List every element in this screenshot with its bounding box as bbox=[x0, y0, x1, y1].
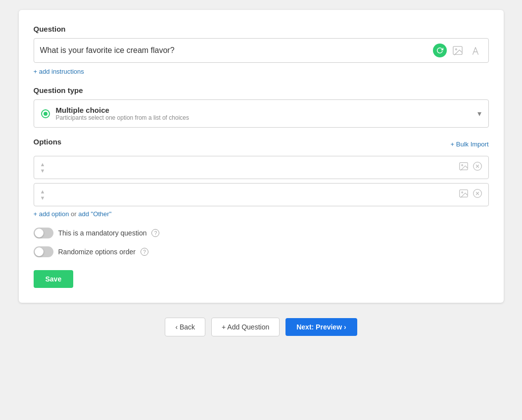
chevron-down-icon: ▾ bbox=[477, 109, 481, 118]
mandatory-toggle-row: This is a mandatory question ? bbox=[34, 228, 489, 238]
question-section: Question bbox=[34, 25, 489, 86]
svg-rect-8 bbox=[459, 190, 467, 197]
bottom-bar: ‹ Back + Add Question Next: Preview › bbox=[165, 318, 357, 336]
options-label: Options bbox=[34, 138, 62, 146]
drag-handle-2[interactable]: ▲ ▼ bbox=[40, 189, 46, 201]
qt-primary-text: Multiple choice bbox=[56, 106, 189, 114]
svg-rect-3 bbox=[459, 163, 467, 170]
option-row-1: ▲ ▼ bbox=[34, 156, 489, 179]
image-icon[interactable] bbox=[451, 44, 465, 57]
svg-point-9 bbox=[461, 192, 462, 193]
option-image-icon-2[interactable] bbox=[459, 189, 469, 200]
option-remove-icon-1[interactable] bbox=[473, 161, 482, 174]
question-input[interactable] bbox=[40, 46, 433, 55]
question-input-wrapper bbox=[34, 38, 489, 63]
add-option-row: + add option or add "Other" bbox=[34, 210, 489, 218]
refresh-icon[interactable] bbox=[433, 44, 447, 57]
add-other-link[interactable]: add "Other" bbox=[78, 210, 111, 218]
add-option-link[interactable]: + add option bbox=[34, 210, 69, 218]
question-icons bbox=[433, 44, 482, 57]
options-section: Options + Bulk Import ▲ ▼ bbox=[34, 138, 489, 218]
drag-up-arrow-2: ▲ bbox=[40, 189, 46, 194]
drag-down-arrow-2: ▼ bbox=[40, 195, 46, 201]
randomize-help-icon[interactable]: ? bbox=[141, 248, 148, 256]
option-remove-icon-2[interactable] bbox=[473, 188, 482, 201]
back-button[interactable]: ‹ Back bbox=[165, 318, 205, 336]
radio-inner bbox=[44, 112, 47, 116]
svg-point-4 bbox=[461, 165, 462, 166]
randomize-toggle[interactable] bbox=[34, 246, 53, 257]
question-type-label: Question type bbox=[34, 86, 489, 94]
options-header: Options + Bulk Import bbox=[34, 138, 489, 151]
option-icons-1 bbox=[459, 161, 482, 174]
add-question-button[interactable]: + Add Question bbox=[211, 318, 280, 336]
svg-point-1 bbox=[455, 48, 457, 50]
save-button[interactable]: Save bbox=[34, 270, 74, 288]
option-row-2: ▲ ▼ bbox=[34, 183, 489, 206]
question-type-dropdown[interactable]: Multiple choice Participants select one … bbox=[34, 99, 489, 128]
drag-down-arrow-1: ▼ bbox=[40, 168, 46, 174]
radio-outer bbox=[41, 109, 50, 118]
qt-text-group: Multiple choice Participants select one … bbox=[56, 106, 189, 121]
qt-left: Multiple choice Participants select one … bbox=[41, 106, 189, 121]
or-text: or bbox=[71, 210, 78, 218]
question-type-section: Question type Multiple choice Participan… bbox=[34, 86, 489, 128]
qt-secondary-text: Participants select one option from a li… bbox=[56, 114, 189, 121]
randomize-toggle-row: Randomize options order ? bbox=[34, 246, 489, 257]
add-instructions-link[interactable]: + add instructions bbox=[34, 68, 84, 75]
bulk-import-link[interactable]: + Bulk Import bbox=[451, 140, 489, 148]
drag-handle-1[interactable]: ▲ ▼ bbox=[40, 162, 46, 174]
next-preview-button[interactable]: Next: Preview › bbox=[285, 318, 357, 336]
question-label: Question bbox=[34, 25, 489, 33]
svg-rect-0 bbox=[453, 47, 462, 54]
mandatory-help-icon[interactable]: ? bbox=[151, 229, 159, 237]
option-input-1[interactable] bbox=[50, 164, 458, 172]
mandatory-label: This is a mandatory question bbox=[58, 229, 147, 237]
font-icon[interactable] bbox=[469, 44, 482, 57]
drag-up-arrow-1: ▲ bbox=[40, 162, 46, 167]
question-form-card: Question bbox=[19, 10, 504, 303]
option-input-2[interactable] bbox=[50, 191, 458, 199]
option-icons-2 bbox=[459, 188, 482, 201]
randomize-label: Randomize options order bbox=[58, 248, 136, 256]
option-image-icon-1[interactable] bbox=[459, 162, 469, 173]
mandatory-toggle[interactable] bbox=[34, 228, 53, 238]
